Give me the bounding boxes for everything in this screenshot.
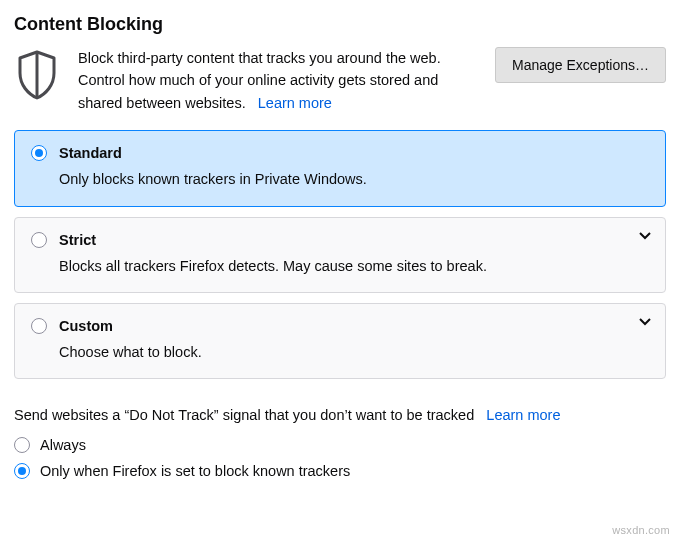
dnt-always-label: Always — [40, 437, 86, 453]
intro-learn-more-link[interactable]: Learn more — [258, 95, 332, 111]
option-custom-header: Custom — [31, 318, 649, 334]
radio-standard[interactable] — [31, 145, 47, 161]
option-custom-title: Custom — [59, 318, 113, 334]
option-strict[interactable]: Strict Blocks all trackers Firefox detec… — [14, 217, 666, 293]
shield-icon — [14, 47, 60, 101]
option-standard-title: Standard — [59, 145, 122, 161]
dnt-label-text: Send websites a “Do Not Track” signal th… — [14, 407, 474, 423]
option-standard-desc: Only blocks known trackers in Private Wi… — [59, 169, 649, 189]
manage-exceptions-button[interactable]: Manage Exceptions… — [495, 47, 666, 83]
dnt-only-when-label: Only when Firefox is set to block known … — [40, 463, 350, 479]
radio-dnt-always[interactable] — [14, 437, 30, 453]
chevron-down-icon[interactable] — [639, 232, 651, 240]
radio-dnt-only-when[interactable] — [14, 463, 30, 479]
option-strict-desc: Blocks all trackers Firefox detects. May… — [59, 256, 649, 276]
option-custom-desc: Choose what to block. — [59, 342, 649, 362]
option-standard-header: Standard — [31, 145, 649, 161]
dnt-option-only-when[interactable]: Only when Firefox is set to block known … — [14, 463, 666, 479]
intro-row: Block third-party content that tracks yo… — [14, 47, 666, 114]
radio-custom[interactable] — [31, 318, 47, 334]
intro-text: Block third-party content that tracks yo… — [78, 47, 477, 114]
option-standard[interactable]: Standard Only blocks known trackers in P… — [14, 130, 666, 206]
dnt-option-always[interactable]: Always — [14, 437, 666, 453]
content-blocking-heading: Content Blocking — [14, 14, 666, 35]
dnt-learn-more-link[interactable]: Learn more — [486, 407, 560, 423]
radio-strict[interactable] — [31, 232, 47, 248]
option-custom[interactable]: Custom Choose what to block. — [14, 303, 666, 379]
option-strict-header: Strict — [31, 232, 649, 248]
chevron-down-icon[interactable] — [639, 318, 651, 326]
dnt-label-row: Send websites a “Do Not Track” signal th… — [14, 405, 666, 427]
dnt-section: Send websites a “Do Not Track” signal th… — [14, 405, 666, 479]
option-strict-title: Strict — [59, 232, 96, 248]
